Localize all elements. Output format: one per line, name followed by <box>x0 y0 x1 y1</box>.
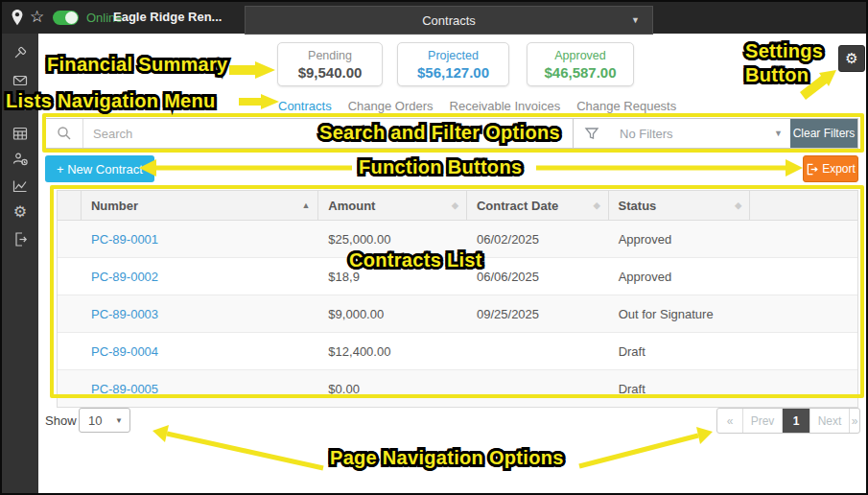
export-button[interactable]: Export <box>803 155 858 182</box>
sort-asc-icon[interactable]: ▲ <box>301 200 310 210</box>
arrow-financial-summary <box>229 61 275 79</box>
tab-change-orders[interactable]: Change Orders <box>348 99 434 113</box>
page-size-dropdown[interactable]: 10 ▼ <box>79 408 130 433</box>
next-page-button[interactable]: Next <box>809 409 849 433</box>
online-toggle[interactable] <box>53 11 79 25</box>
contract-status: Draft <box>609 382 751 396</box>
annotation-page-navigation: Page Navigation Options <box>330 447 564 469</box>
card-label: Pending <box>308 49 352 62</box>
export-icon <box>806 163 818 176</box>
annotation-settings-line1: Settings <box>745 40 823 62</box>
arrowhead-page-left <box>152 425 169 442</box>
contract-number-link[interactable]: PC-89-0003 <box>82 307 318 321</box>
contract-amount: $12,400.00 <box>318 344 467 359</box>
header-contract-date[interactable]: Contract Date◆ <box>467 191 609 220</box>
annotation-financial-summary: Financial Summary <box>47 54 228 76</box>
header-empty-column <box>750 191 857 220</box>
clear-filters-button[interactable]: Clear Filters <box>790 119 857 148</box>
arrow-lists-navigation <box>239 94 279 109</box>
new-contract-button[interactable]: + New Contract <box>45 155 154 182</box>
module-selector-value: Contracts <box>422 13 476 28</box>
tab-contracts[interactable]: Contracts <box>278 99 332 113</box>
table-row[interactable]: PC-89-0004 $12,400.00 Draft <box>58 333 857 370</box>
module-selector[interactable]: Contracts ▼ <box>245 6 653 35</box>
arrowhead-function-right <box>786 159 803 177</box>
contract-number-link[interactable]: PC-89-0001 <box>82 232 318 247</box>
chevron-down-icon: ▼ <box>774 129 783 138</box>
sidebar-item-reports-icon[interactable] <box>12 177 29 195</box>
lists-navigation-tabs: Contracts Change Orders Receivable Invoi… <box>278 99 676 113</box>
filter-dropdown[interactable]: No Filters ▼ <box>610 119 790 148</box>
arrowline-page-left <box>167 434 323 468</box>
contract-status: Approved <box>609 270 751 284</box>
contract-number-link[interactable]: PC-89-0004 <box>82 344 318 359</box>
export-button-label: Export <box>822 162 856 176</box>
header-status[interactable]: Status◆ <box>609 191 751 220</box>
contract-number-link[interactable]: PC-89-0005 <box>82 382 318 396</box>
annotation-contracts-list: Contracts List <box>349 249 482 271</box>
contract-status: Approved <box>609 232 751 247</box>
header-number[interactable]: Number▲ <box>82 191 318 220</box>
sort-icon[interactable]: ◆ <box>452 200 458 210</box>
page-size-value: 10 <box>88 413 102 428</box>
arrowhead-page-right <box>696 427 713 444</box>
annotation-lists-navigation: Lists Navigation Menu <box>6 90 216 112</box>
sort-icon[interactable]: ◆ <box>594 200 600 210</box>
card-value: $56,127.00 <box>417 64 489 81</box>
first-page-button[interactable]: « <box>717 409 742 433</box>
contracts-table: Number▲ Amount◆ Contract Date◆ Status◆ P… <box>57 190 858 408</box>
favorite-star-icon[interactable]: ☆ <box>30 6 44 29</box>
card-label: Approved <box>554 49 606 62</box>
chevron-down-icon: ▼ <box>631 15 640 25</box>
contract-date: 06/06/2025 <box>467 270 609 284</box>
top-bar: ☆ Online Eagle Ridge Ren... Contracts ▼ <box>2 2 866 34</box>
search-icon <box>46 119 83 148</box>
current-page-button[interactable]: 1 <box>782 409 809 433</box>
tab-receivable-invoices[interactable]: Receivable Invoices <box>450 99 561 113</box>
gear-icon: ⚙ <box>845 50 857 67</box>
sidebar-item-logout-icon[interactable] <box>12 230 29 248</box>
sidebar-item-mail-icon[interactable] <box>12 72 29 89</box>
contract-amount: $0.00 <box>318 382 467 396</box>
annotation-function-buttons: Function Buttons <box>359 156 522 178</box>
contract-amount: $9,000.00 <box>318 307 467 321</box>
prev-page-button[interactable]: Prev <box>742 409 782 433</box>
contract-number-link[interactable]: PC-89-0002 <box>82 270 318 284</box>
card-value: $46,587.00 <box>544 64 616 81</box>
header-amount[interactable]: Amount◆ <box>318 191 467 220</box>
show-label: Show <box>45 413 77 428</box>
annotation-settings-line2: Button <box>745 64 809 86</box>
location-pin-icon[interactable] <box>11 9 24 31</box>
card-label: Projected <box>428 49 479 62</box>
last-page-button[interactable]: » <box>849 409 859 433</box>
table-header: Number▲ Amount◆ Contract Date◆ Status◆ <box>58 191 857 221</box>
app-window: ☆ Online Eagle Ridge Ren... Contracts ▼ … <box>0 0 868 495</box>
summary-card-pending: Pending $9,540.00 <box>277 42 383 86</box>
contract-status: Out for Signature <box>609 307 751 321</box>
company-name: Eagle Ridge Ren... <box>113 10 222 24</box>
contract-date: 09/25/2025 <box>467 307 609 321</box>
table-row[interactable]: PC-89-0003 $9,000.00 09/25/2025 Out for … <box>58 295 857 333</box>
table-row[interactable]: PC-89-0005 $0.00 Draft <box>58 370 857 407</box>
toggle-knob <box>65 12 78 24</box>
contract-status: Draft <box>609 344 751 359</box>
summary-card-approved: Approved $46,587.00 <box>527 42 634 86</box>
header-indicator-column <box>58 191 82 220</box>
chevron-down-icon: ▼ <box>115 416 123 425</box>
tab-change-requests[interactable]: Change Requests <box>576 99 676 113</box>
sort-icon[interactable]: ◆ <box>735 200 741 210</box>
settings-button[interactable]: ⚙ <box>838 45 865 72</box>
arrowline-page-right <box>579 436 698 466</box>
contract-date: 06/02/2025 <box>467 232 609 247</box>
filter-dropdown-value: No Filters <box>620 127 673 141</box>
filter-funnel-icon <box>573 119 610 148</box>
sidebar-item-calendar-icon[interactable] <box>12 125 29 142</box>
sidebar-item-tools[interactable] <box>12 45 29 62</box>
sidebar-item-settings-gear-icon[interactable]: ⚙ <box>12 203 29 221</box>
contract-amount: $25,000.00 <box>318 232 467 247</box>
card-value: $9,540.00 <box>298 64 363 81</box>
summary-card-projected: Projected $56,127.00 <box>397 42 509 86</box>
pagination: « Prev 1 Next » <box>716 408 860 434</box>
annotation-search-filter: Search and Filter Options <box>319 122 560 144</box>
sidebar-item-users-icon[interactable] <box>12 151 29 168</box>
